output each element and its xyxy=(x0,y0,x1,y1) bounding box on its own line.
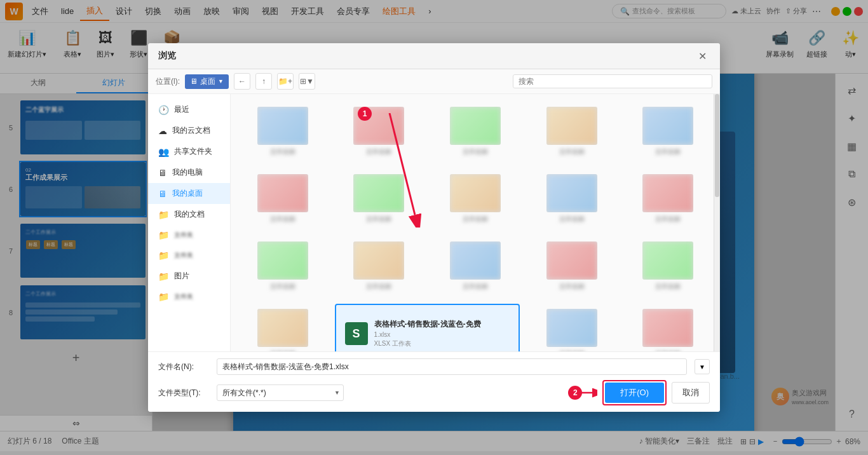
sidebar-item-6[interactable]: 📁 文件夹 xyxy=(148,225,230,245)
sidebar-item-9[interactable]: 📁 文件夹 xyxy=(148,287,230,307)
file-name-11: 文件名称 xyxy=(270,282,295,291)
file-thumb-11 xyxy=(257,241,308,280)
file-item-9[interactable]: 文件名称 xyxy=(527,169,616,229)
file-name-15: 文件名称 xyxy=(655,282,681,291)
file-thumb-13 xyxy=(450,241,501,280)
file-item-12[interactable]: 文件名称 xyxy=(335,236,424,296)
file-thumb-8 xyxy=(450,174,501,212)
file-item-13[interactable]: 文件名称 xyxy=(431,236,520,296)
file-thumb-7 xyxy=(353,174,404,212)
sidebar-cloud[interactable]: ☁ 我的云文档 xyxy=(148,120,230,141)
file-item-11[interactable]: 文件名称 xyxy=(238,236,327,296)
sidebar-pictures[interactable]: 📁 图片 xyxy=(148,266,230,287)
dialog-close-btn[interactable]: ✕ xyxy=(695,48,710,64)
file-item-1[interactable]: 文件名称 xyxy=(238,102,327,161)
new-folder-btn[interactable]: 📁+ xyxy=(277,73,294,90)
file-name-2: 文件名称 xyxy=(366,147,391,156)
file-name-7: 文件名称 xyxy=(366,215,391,224)
file-type-select-wrap: 所有文件(*.*) xyxy=(217,384,344,401)
search-input[interactable] xyxy=(513,74,712,88)
footer-buttons: 2 打开(O) 取消 xyxy=(568,380,710,405)
shared-icon: 👥 xyxy=(158,147,169,157)
file-name-input[interactable] xyxy=(217,358,687,375)
sidebar-docs[interactable]: 📁 我的文档 xyxy=(148,204,230,225)
folder-7-icon: 📁 xyxy=(158,250,169,261)
file-name-5: 文件名称 xyxy=(655,147,681,156)
location-label: 位置(l): xyxy=(156,76,180,87)
file-thumb-1 xyxy=(257,107,308,145)
view-mode-btn[interactable]: ⊞▼ xyxy=(299,73,315,90)
file-item-3[interactable]: 文件名称 xyxy=(431,102,520,161)
dropdown-icon: ▼ xyxy=(218,78,224,85)
file-name-8: 文件名称 xyxy=(463,215,488,224)
file-item-6[interactable]: 文件名称 xyxy=(238,169,327,229)
file-item-10[interactable]: 文件名称 xyxy=(623,169,712,229)
file-name-17: 文件名称 xyxy=(559,350,585,351)
pictures-icon: 📁 xyxy=(158,271,169,282)
file-thumb-12 xyxy=(353,241,404,280)
browse-dialog: 浏览 ✕ 位置(l): 🖥 桌面 ▼ ← ↑ 📁+ ⊞▼ 🕐 最近 xyxy=(148,43,720,412)
desktop-sidebar-icon: 🖥 xyxy=(158,189,167,199)
desktop-badge[interactable]: 🖥 桌面 ▼ xyxy=(185,74,229,89)
excel-icon: S xyxy=(345,322,368,345)
file-thumb-14 xyxy=(546,241,597,280)
sidebar-item-7[interactable]: 📁 文件夹 xyxy=(148,245,230,266)
file-name-4: 文件名称 xyxy=(559,147,585,156)
file-item-17[interactable]: 文件名称 xyxy=(527,304,616,351)
scrollbar-thumb[interactable] xyxy=(715,94,719,197)
cancel-btn[interactable]: 取消 xyxy=(672,382,710,404)
annotation-2-area: 2 xyxy=(568,386,597,400)
file-item-4[interactable]: 文件名称 xyxy=(527,102,616,161)
file-name-14: 文件名称 xyxy=(559,282,585,291)
file-thumb-9 xyxy=(546,174,597,212)
file-info-name: 表格样式-销售数据-浅蓝色-免费 xyxy=(374,319,481,330)
file-type-label: 文件类型(T): xyxy=(158,388,209,398)
sidebar-recent[interactable]: 🕐 最近 xyxy=(148,99,230,120)
docs-icon: 📁 xyxy=(158,210,169,220)
sidebar-desktop[interactable]: 🖥 我的桌面 xyxy=(148,183,230,204)
file-item-7[interactable]: 文件名称 xyxy=(335,169,424,229)
file-type-select[interactable]: 所有文件(*.*) xyxy=(217,384,344,401)
nav-up-btn[interactable]: ↑ xyxy=(255,73,272,90)
file-item-5[interactable]: 文件名称 xyxy=(623,102,712,161)
sidebar-7-label: 文件夹 xyxy=(174,251,193,260)
file-info: 表格样式-销售数据-浅蓝色-免费 1.xlsx XLSX 工作表 xyxy=(374,319,481,348)
folder-9-icon: 📁 xyxy=(158,292,169,302)
file-item-8[interactable]: 文件名称 xyxy=(431,169,520,229)
file-item-18[interactable]: 文件名称 xyxy=(623,304,712,351)
nav-back-btn[interactable]: ← xyxy=(234,73,250,90)
sidebar-6-label: 文件夹 xyxy=(174,231,193,240)
footer-filename-row: 文件名(N): ▼ xyxy=(158,358,710,375)
open-btn[interactable]: 打开(O) xyxy=(605,383,664,403)
file-name-13: 文件名称 xyxy=(463,282,488,291)
file-item-14[interactable]: 文件名称 xyxy=(527,236,616,296)
dialog-toolbar: 位置(l): 🖥 桌面 ▼ ← ↑ 📁+ ⊞▼ xyxy=(148,69,720,94)
sidebar-desktop-label: 我的桌面 xyxy=(172,188,203,199)
dialog-body: 🕐 最近 ☁ 我的云文档 👥 共享文件夹 🖥 我的电脑 🖥 我的桌面 xyxy=(148,94,720,351)
desktop-icon: 🖥 xyxy=(190,77,198,86)
arrow-svg-2 xyxy=(578,386,597,399)
dialog-overlay: 浏览 ✕ 位置(l): 🖥 桌面 ▼ ← ↑ 📁+ ⊞▼ 🕐 最近 xyxy=(0,0,868,455)
file-name-10: 文件名称 xyxy=(655,215,681,224)
file-item-2[interactable]: 文件名称 xyxy=(335,102,424,161)
dialog-main-wrapper: 文件名称 文件名称 文件名称 文件名称 xyxy=(231,94,720,351)
sidebar-shared[interactable]: 👥 共享文件夹 xyxy=(148,141,230,162)
filename-dropdown-btn[interactable]: ▼ xyxy=(695,359,710,374)
file-thumb-15 xyxy=(642,241,693,280)
file-name-1: 文件名称 xyxy=(270,147,295,156)
file-info-subname: 1.xlsx xyxy=(374,331,481,338)
sidebar-cloud-label: 我的云文档 xyxy=(172,125,210,136)
file-thumb-4 xyxy=(546,107,597,145)
dialog-main-grid: 文件名称 文件名称 文件名称 文件名称 xyxy=(231,94,720,351)
file-name-12: 文件名称 xyxy=(366,282,391,291)
file-item-15[interactable]: 文件名称 xyxy=(623,236,712,296)
highlighted-file-item[interactable]: S 表格样式-销售数据-浅蓝色-免费 1.xlsx XLSX 工作表 xyxy=(335,304,520,351)
file-thumb-16 xyxy=(257,309,308,347)
sidebar-computer[interactable]: 🖥 我的电脑 xyxy=(148,162,230,183)
footer-filetype-row: 文件类型(T): 所有文件(*.*) 2 xyxy=(158,380,710,405)
sidebar-9-label: 文件夹 xyxy=(174,292,193,301)
file-name-6: 文件名称 xyxy=(270,215,295,224)
dialog-footer: 文件名(N): ▼ 文件类型(T): 所有文件(*.*) 2 xyxy=(148,351,720,412)
file-item-16[interactable]: 文件名称 xyxy=(238,304,327,351)
sidebar-shared-label: 共享文件夹 xyxy=(174,146,212,157)
